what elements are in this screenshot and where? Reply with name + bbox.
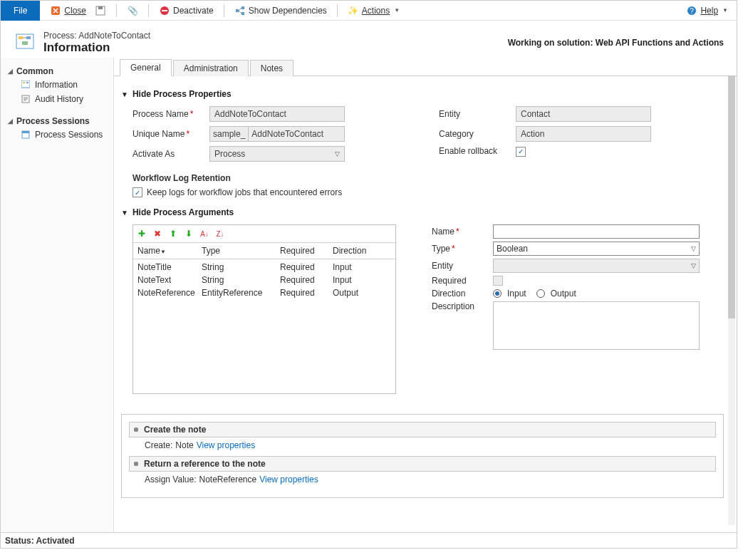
arg-name-label: Name* (432, 227, 493, 237)
save-icon (95, 5, 106, 16)
section-process-properties[interactable]: ▼ Hide Process Properties (121, 89, 724, 99)
toolbar-separator (148, 4, 149, 17)
actions-menu-button[interactable]: ✨ Actions ▼ (345, 4, 402, 18)
delete-argument-button[interactable]: ✖ (152, 228, 163, 239)
arg-type-select[interactable]: Boolean ▽ (493, 242, 700, 256)
section-title: Hide Process Properties (133, 89, 232, 99)
sort-asc-button[interactable]: A↓ (199, 228, 210, 239)
audit-icon (21, 94, 31, 104)
nav-information[interactable]: Information (1, 78, 113, 92)
help-icon: ? (686, 5, 697, 16)
step-header[interactable]: Create the note (129, 422, 716, 437)
svg-rect-13 (22, 41, 28, 45)
col-direction-header[interactable]: Direction (333, 246, 391, 256)
tab-general[interactable]: General (120, 59, 172, 76)
activate-as-value: Process (214, 149, 245, 159)
attach-button[interactable]: 📎 (124, 4, 141, 18)
add-argument-button[interactable]: ✚ (136, 228, 147, 239)
bullet-icon (134, 462, 138, 466)
process-icon (14, 31, 36, 54)
status-text: Status: Activated (5, 536, 75, 546)
arg-row-direction: Output (333, 288, 391, 298)
radio-icon (536, 289, 545, 298)
show-deps-label: Show Dependencies (249, 6, 327, 16)
svg-text:?: ? (690, 7, 695, 15)
workflow-log-heading: Workflow Log Retention (133, 173, 724, 183)
close-button[interactable]: Close (47, 4, 89, 18)
help-button[interactable]: ? Help ▼ (683, 4, 731, 18)
col-required-header[interactable]: Required (280, 246, 333, 256)
paperclip-icon: 📎 (127, 5, 138, 16)
step-title: Return a reference to the note (144, 459, 266, 469)
arg-description-textarea[interactable] (493, 301, 700, 350)
file-menu-button[interactable]: File (1, 1, 40, 21)
close-icon (50, 5, 61, 16)
activate-as-label: Activate As (133, 149, 209, 159)
caret-icon: ◢ (8, 68, 14, 75)
sort-desc-button[interactable]: Z↓ (214, 228, 226, 239)
view-properties-link[interactable]: View properties (259, 475, 318, 484)
nav-process-sessions[interactable]: Process Sessions (1, 128, 113, 142)
chevron-down-icon: ▽ (335, 150, 340, 157)
step-header[interactable]: Return a reference to the note (129, 456, 716, 472)
arg-direction-label: Direction (432, 289, 493, 299)
step-body: Assign Value: NoteReference View propert… (129, 472, 716, 484)
chevron-down-icon: ▼ (722, 7, 728, 14)
argument-row[interactable]: NoteReferenceEntityReferenceRequiredOutp… (137, 286, 391, 299)
svg-rect-19 (22, 131, 29, 133)
arg-entity-select[interactable]: ▽ (493, 259, 700, 273)
actions-icon: ✨ (348, 5, 359, 16)
move-down-button[interactable]: ⬇ (183, 228, 194, 239)
rollback-checkbox[interactable]: ✓ (516, 147, 526, 157)
argument-form: Name* Type* Boolean ▽ Entity (432, 224, 717, 394)
arg-name-input[interactable] (493, 224, 700, 239)
show-dependencies-button[interactable]: Show Dependencies (232, 4, 330, 18)
solution-context: Working on solution: Web API Functions a… (508, 38, 724, 48)
arg-required-label: Required (432, 276, 493, 286)
argument-row[interactable]: NoteTitleStringRequiredInput (137, 261, 391, 274)
chevron-down-icon: ▽ (691, 262, 696, 269)
move-up-button[interactable]: ⬆ (167, 228, 179, 239)
arg-required-checkbox[interactable] (493, 276, 503, 286)
svg-rect-2 (98, 6, 103, 9)
nav-section-common[interactable]: ◢ Common (1, 65, 113, 78)
caret-icon: ◢ (8, 118, 14, 125)
tab-administration[interactable]: Administration (173, 60, 249, 76)
keep-logs-label: Keep logs for workflow jobs that encount… (147, 187, 342, 197)
process-name-label: Process Name* (133, 109, 209, 119)
close-label: Close (64, 6, 86, 16)
deactivate-button[interactable]: Deactivate (156, 4, 217, 18)
direction-output-radio[interactable]: Output (536, 289, 576, 299)
direction-input-radio[interactable]: Input (493, 289, 526, 299)
keep-logs-checkbox[interactable]: ✓ (133, 187, 142, 197)
arg-row-type: String (202, 262, 280, 272)
nav-section-process-sessions[interactable]: ◢ Process Sessions (1, 115, 113, 128)
tab-content-general: ▼ Hide Process Properties Process Name* … (114, 76, 737, 532)
arg-row-name: NoteText (137, 275, 202, 285)
arg-row-direction: Input (333, 262, 391, 272)
tab-notes[interactable]: Notes (250, 60, 294, 76)
category-label: Category (439, 129, 516, 139)
unique-name-field[interactable]: sample_ AddNoteToContact (209, 126, 345, 142)
nav-audit-history[interactable]: Audit History (1, 92, 113, 106)
svg-rect-4 (162, 10, 167, 11)
col-name-header[interactable]: Name▼ (137, 246, 202, 256)
toolbar-separator (116, 4, 117, 17)
rollback-label: Enable rollback (439, 146, 516, 156)
activate-as-select[interactable]: Process ▽ (209, 146, 345, 162)
arg-entity-label: Entity (432, 261, 493, 271)
section-process-arguments[interactable]: ▼ Hide Process Arguments (121, 207, 724, 217)
arg-row-name: NoteReference (137, 288, 202, 298)
left-nav: ◢ Common Information Audit History ◢ Pro… (1, 58, 114, 532)
view-properties-link[interactable]: View properties (197, 440, 256, 450)
col-type-header[interactable]: Type (202, 246, 280, 256)
nav-item-label: Audit History (35, 94, 83, 104)
process-name-field[interactable]: AddNoteToContact (209, 106, 345, 122)
step: Create the noteCreate: Note View propert… (129, 422, 716, 450)
collapse-icon: ▼ (121, 90, 128, 98)
save-and-close-button[interactable] (92, 4, 109, 18)
collapse-icon: ▼ (121, 209, 128, 217)
argument-row[interactable]: NoteTextStringRequiredInput (137, 274, 391, 286)
arguments-toolbar: ✚ ✖ ⬆ ⬇ A↓ Z↓ (133, 225, 395, 243)
arg-row-type: String (202, 275, 280, 285)
